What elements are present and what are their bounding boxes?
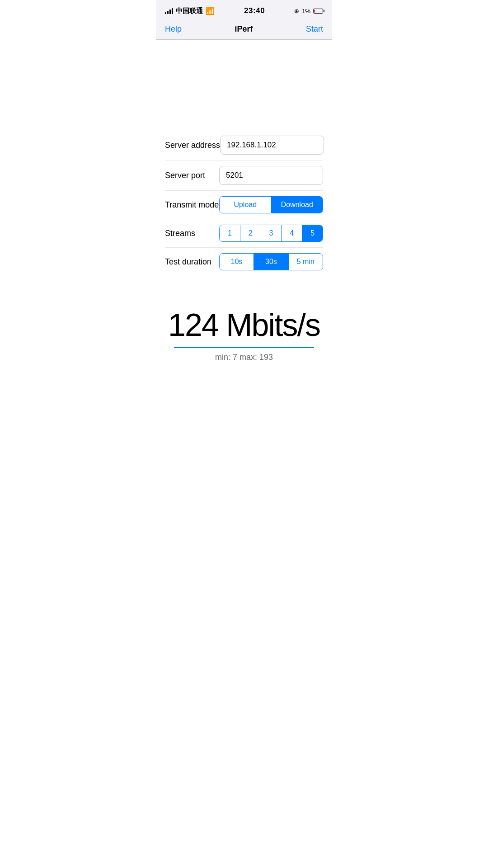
signal-icon <box>165 8 173 14</box>
test-duration-control: 10s 30s 5 min <box>219 253 323 270</box>
battery-icon <box>313 9 323 14</box>
streams-4-button[interactable]: 4 <box>282 225 302 241</box>
carrier-label: 中国联通 <box>176 7 203 15</box>
streams-5-button[interactable]: 5 <box>302 225 323 241</box>
server-port-input[interactable] <box>219 166 323 185</box>
nav-bar: Help iPerf Start <box>156 19 332 40</box>
location-icon: ⊕ <box>294 8 299 14</box>
streams-1-button[interactable]: 1 <box>220 225 240 241</box>
streams-label: Streams <box>165 229 195 238</box>
result-value: 124 Mbits/s <box>165 308 323 343</box>
test-duration-label: Test duration <box>165 257 211 267</box>
streams-3-button[interactable]: 3 <box>261 225 282 241</box>
form-section: Server address Server port Transmit mode… <box>165 130 323 276</box>
streams-row: Streams 1 2 3 4 5 <box>165 219 323 248</box>
server-address-label: Server address <box>165 141 220 150</box>
server-port-row: Server port <box>165 160 323 191</box>
server-address-input[interactable] <box>220 136 324 155</box>
streams-control: 1 2 3 4 5 <box>219 225 323 242</box>
server-port-label: Server port <box>165 171 205 180</box>
transmit-mode-control: Upload Download <box>219 196 323 213</box>
help-button[interactable]: Help <box>165 24 182 34</box>
result-section: 124 Mbits/s min: 7 max: 193 <box>165 299 323 371</box>
status-time: 23:40 <box>244 6 265 15</box>
transmit-mode-label: Transmit mode <box>165 200 219 210</box>
status-right: ⊕ 1% <box>294 8 323 14</box>
transmit-mode-row: Transmit mode Upload Download <box>165 191 323 219</box>
start-button[interactable]: Start <box>306 24 323 34</box>
battery-percent: 1% <box>302 8 310 14</box>
duration-5min-button[interactable]: 5 min <box>289 254 323 270</box>
transmit-upload-button[interactable]: Upload <box>220 197 272 213</box>
nav-title: iPerf <box>235 24 253 34</box>
result-minmax: min: 7 max: 193 <box>165 353 323 362</box>
result-divider <box>174 347 314 348</box>
status-bar: 中国联通 📶 23:40 ⊕ 1% <box>156 0 332 19</box>
wifi-icon: 📶 <box>206 7 215 15</box>
transmit-download-button[interactable]: Download <box>272 197 323 213</box>
status-left: 中国联通 📶 <box>165 7 215 15</box>
server-address-row: Server address <box>165 130 323 160</box>
duration-10s-button[interactable]: 10s <box>220 254 254 270</box>
streams-2-button[interactable]: 2 <box>240 225 261 241</box>
main-content: Server address Server port Transmit mode… <box>156 130 332 371</box>
test-duration-row: Test duration 10s 30s 5 min <box>165 248 323 276</box>
duration-30s-button[interactable]: 30s <box>254 254 288 270</box>
